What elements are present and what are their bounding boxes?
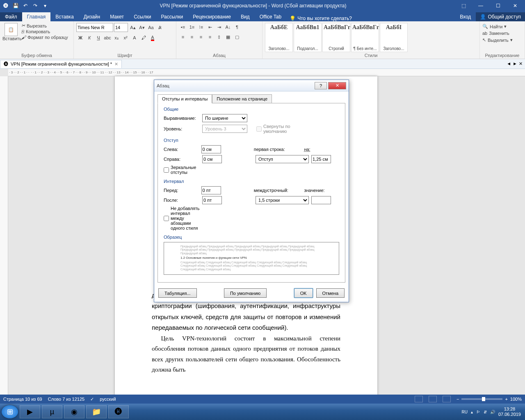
cut-button[interactable]: ✂Вырезать bbox=[21, 23, 68, 28]
justify-icon[interactable]: ≡ bbox=[206, 33, 214, 41]
strike-button[interactable]: abc bbox=[103, 34, 112, 42]
indent-left-spin[interactable] bbox=[201, 145, 221, 153]
subscript-button[interactable]: x₂ bbox=[112, 34, 121, 42]
close-tab-icon[interactable]: ✕ bbox=[114, 62, 118, 67]
indent-right-spin[interactable] bbox=[202, 155, 222, 163]
dialog-help-button[interactable]: ? bbox=[315, 82, 327, 89]
mirror-indents-checkbox[interactable]: Зеркальные отступы bbox=[164, 165, 200, 175]
taskbar-app-explorer[interactable]: 📁 bbox=[86, 405, 107, 418]
start-button[interactable]: ⊞ bbox=[2, 405, 18, 418]
share-button[interactable]: 👤 Общий доступ bbox=[476, 12, 525, 21]
decrease-indent-icon[interactable]: ⇤ bbox=[206, 23, 214, 31]
maximize-button[interactable]: ☐ bbox=[490, 2, 506, 10]
cancel-button[interactable]: Отмена bbox=[316, 288, 345, 298]
taskbar-app-chrome[interactable]: ◉ bbox=[64, 405, 84, 418]
tab-home[interactable]: Главная bbox=[22, 12, 51, 21]
document-tab[interactable]: 🅦 VPN [Режим ограниченной функциональнос… bbox=[0, 60, 122, 68]
linespacing-select[interactable]: 1,5 строки bbox=[256, 196, 309, 204]
tray-more-icon[interactable]: ▴ bbox=[471, 410, 473, 414]
increase-indent-icon[interactable]: ⇥ bbox=[215, 23, 223, 31]
multilevel-icon[interactable]: ⁝≡ bbox=[197, 23, 205, 31]
word-count[interactable]: Слово 7 из 12125 bbox=[48, 397, 85, 402]
tab-design[interactable]: Дизайн bbox=[79, 12, 105, 21]
tabs-button[interactable]: Табуляция... bbox=[158, 288, 197, 298]
replace-button[interactable]: abЗаменить bbox=[482, 30, 522, 37]
taskbar-app-word[interactable]: 🅦 bbox=[108, 405, 129, 418]
redo-icon[interactable]: ↷ bbox=[32, 2, 39, 9]
undo-icon[interactable]: ↶ bbox=[22, 2, 29, 9]
zoom-level[interactable]: 100% bbox=[510, 397, 522, 402]
minimize-button[interactable]: — bbox=[472, 2, 489, 10]
copy-button[interactable]: ⎘Копировать bbox=[21, 29, 68, 34]
tray-network-icon[interactable]: ⇵ bbox=[484, 410, 487, 414]
font-name-combo[interactable] bbox=[76, 23, 113, 32]
select-button[interactable]: ↖Выделить ▾ bbox=[482, 37, 522, 43]
style-item[interactable]: АаБбВвГгСтрогий bbox=[322, 23, 350, 52]
sort-icon[interactable]: A↓ bbox=[224, 23, 232, 31]
font-size-combo[interactable] bbox=[114, 23, 128, 32]
clear-format-icon[interactable]: A̷ bbox=[156, 23, 164, 32]
borders-icon[interactable]: ▢ bbox=[233, 33, 241, 41]
tab-nav-close-icon[interactable]: ✕ bbox=[519, 61, 523, 66]
tab-references[interactable]: Ссылки bbox=[129, 12, 156, 21]
firstline-select[interactable]: Отступ bbox=[256, 155, 309, 163]
bold-button[interactable]: Ж bbox=[76, 34, 84, 42]
style-item[interactable]: АаБбВвГг¶ Без инте... bbox=[351, 23, 379, 52]
align-left-icon[interactable]: ≡ bbox=[179, 33, 187, 41]
font-color-icon[interactable]: A bbox=[148, 34, 157, 42]
qat-more-icon[interactable]: ▾ bbox=[42, 2, 48, 9]
tab-mailings[interactable]: Рассылки bbox=[156, 12, 188, 21]
grow-font-icon[interactable]: A▴ bbox=[129, 23, 137, 32]
style-item[interactable]: АаБбВв1Подзагол... bbox=[294, 23, 322, 52]
read-mode-icon[interactable] bbox=[415, 396, 423, 402]
tab-nav-right-icon[interactable]: ► bbox=[513, 61, 517, 66]
print-layout-icon[interactable] bbox=[429, 396, 437, 402]
tray-volume-icon[interactable]: 🔊 bbox=[490, 410, 495, 414]
tray-clock[interactable]: 13:28 07.06.2019 bbox=[498, 406, 521, 417]
line-spacing-icon[interactable]: ‡ bbox=[215, 33, 223, 41]
alignment-select[interactable]: По ширине bbox=[202, 114, 247, 122]
horizontal-ruler[interactable]: · 3 · · 2 · · 1 · · · · 1 · · 2 · · 3 · … bbox=[8, 69, 525, 76]
paste-button[interactable]: 📋 Вставить bbox=[2, 23, 20, 41]
close-button[interactable]: ✕ bbox=[507, 2, 523, 10]
dialog-titlebar[interactable]: Абзац ? ✕ bbox=[154, 80, 349, 91]
spacing-before-spin[interactable] bbox=[201, 186, 221, 194]
dialog-tab-position[interactable]: Положение на странице bbox=[212, 94, 272, 103]
zoom-in-icon[interactable]: + bbox=[505, 397, 507, 402]
tab-review[interactable]: Рецензирование bbox=[188, 12, 236, 21]
dialog-tab-indents[interactable]: Отступы и интервалы bbox=[158, 94, 212, 103]
ribbon-options-icon[interactable]: ⬚ bbox=[455, 2, 472, 10]
align-right-icon[interactable]: ≡ bbox=[197, 33, 205, 41]
save-icon[interactable]: 💾 bbox=[12, 2, 19, 9]
highlight-icon[interactable]: 🖍 bbox=[139, 34, 148, 42]
tab-layout[interactable]: Макет bbox=[105, 12, 129, 21]
language-status[interactable]: русский bbox=[100, 397, 116, 402]
tell-me[interactable]: 💡 Что вы хотите сделать? bbox=[286, 16, 355, 21]
default-button[interactable]: По умолчанию bbox=[224, 288, 267, 298]
shading-icon[interactable]: ▦ bbox=[224, 33, 232, 41]
show-marks-icon[interactable]: ¶ bbox=[233, 23, 241, 31]
zoom-slider[interactable]: − + 100% bbox=[457, 397, 522, 402]
taskbar-app-utorrent[interactable]: µ bbox=[42, 405, 62, 418]
web-layout-icon[interactable] bbox=[443, 396, 451, 402]
find-button[interactable]: 🔍Найти ▾ bbox=[482, 23, 522, 30]
vertical-ruler[interactable] bbox=[0, 76, 8, 395]
tray-language[interactable]: RU bbox=[461, 410, 467, 414]
taskbar-app-media[interactable]: ▶ bbox=[20, 405, 40, 418]
ok-button[interactable]: OK bbox=[294, 288, 313, 298]
style-item[interactable]: АаБбЕЗаголово... bbox=[265, 23, 293, 52]
tab-insert[interactable]: Вставка bbox=[50, 12, 79, 21]
tab-file[interactable]: Файл bbox=[0, 12, 22, 21]
page-status[interactable]: Страница 10 из 69 bbox=[3, 397, 42, 402]
format-painter-button[interactable]: 🖌Формат по образцу bbox=[21, 35, 68, 40]
linespacing-at-spin[interactable] bbox=[311, 196, 331, 204]
style-item[interactable]: АаБбIЗаголово... bbox=[380, 23, 408, 52]
superscript-button[interactable]: x² bbox=[121, 34, 130, 42]
tab-nav-left-icon[interactable]: ◄ bbox=[507, 61, 511, 66]
spacing-after-spin[interactable] bbox=[202, 196, 222, 204]
tab-view[interactable]: Вид bbox=[236, 12, 255, 21]
firstline-by-spin[interactable] bbox=[311, 155, 331, 163]
text-effects-icon[interactable]: A bbox=[130, 34, 139, 42]
spell-icon[interactable]: ✓ bbox=[90, 397, 94, 402]
dialog-close-button[interactable]: ✕ bbox=[328, 82, 346, 89]
